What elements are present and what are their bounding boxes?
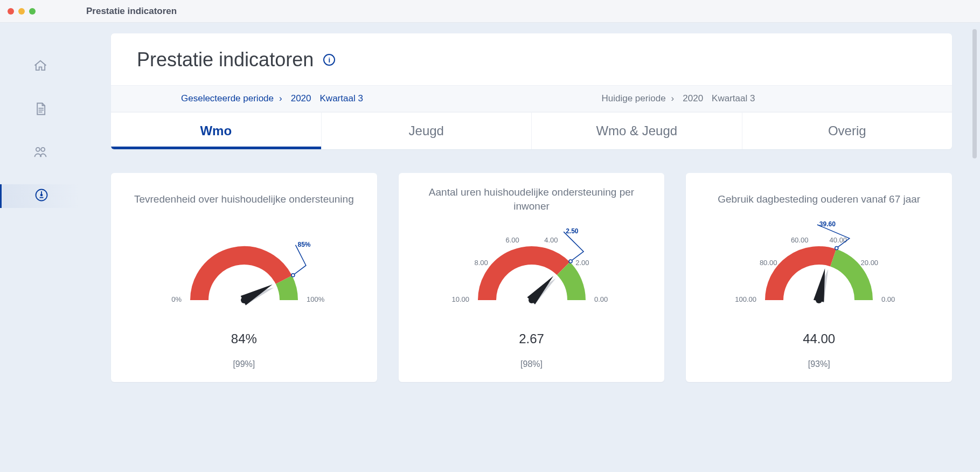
period-row: Geselecteerde periode › 2020 Kwartaal 3 …	[111, 85, 952, 112]
svg-text:39.60: 39.60	[819, 220, 836, 228]
hero-header: Prestatie indicatoren i	[111, 33, 952, 85]
kpi-card-title: Tevredenheid over huishoudelijke onderst…	[134, 185, 354, 214]
kpi-value: 2.67	[519, 331, 544, 346]
selected-period[interactable]: Geselecteerde periode › 2020 Kwartaal 3	[111, 86, 532, 112]
tab-wmo[interactable]: Wmo	[111, 113, 322, 149]
kpi-confidence: [99%]	[233, 359, 255, 369]
kpi-confidence: [93%]	[808, 359, 830, 369]
hero-panel: Prestatie indicatoren i Geselecteerde pe…	[111, 33, 952, 149]
svg-point-6	[291, 274, 295, 277]
window-controls	[8, 8, 36, 15]
svg-point-28	[835, 246, 838, 249]
kpi-confidence: [98%]	[520, 359, 543, 369]
tab-overig[interactable]: Overig	[742, 113, 953, 149]
info-icon[interactable]: i	[323, 54, 335, 66]
gauge-icon	[34, 188, 49, 205]
home-icon	[33, 58, 48, 75]
gauge-chart: 0%100%85%	[158, 219, 330, 327]
svg-text:60.00: 60.00	[791, 236, 809, 244]
svg-text:85%: 85%	[297, 241, 310, 248]
minimize-window-button[interactable]	[18, 8, 25, 15]
close-window-button[interactable]	[8, 8, 14, 15]
svg-point-3	[40, 195, 42, 196]
gauge-wrap: 0.0020.0040.0060.0080.00100.0039.60	[733, 219, 905, 327]
svg-point-1	[41, 148, 45, 151]
titlebar: Prestatie indicatoren	[0, 0, 980, 23]
svg-text:4.00: 4.00	[544, 236, 558, 244]
tab-jeugd[interactable]: Jeugd	[322, 113, 532, 149]
category-tabs: Wmo Jeugd Wmo & Jeugd Overig	[111, 112, 952, 149]
svg-text:10.00: 10.00	[451, 295, 469, 303]
current-period: Huidige periode › 2020 Kwartaal 3	[532, 86, 953, 112]
svg-text:40.00: 40.00	[830, 236, 847, 244]
svg-text:6.00: 6.00	[505, 236, 519, 244]
main-content: Prestatie indicatoren i Geselecteerde pe…	[81, 23, 980, 472]
selected-period-year: 2020	[291, 93, 311, 104]
sidebar-item-home[interactable]	[0, 55, 81, 79]
gauge-wrap: 0%100%85%	[158, 219, 330, 327]
scrollbar-thumb[interactable]	[972, 29, 977, 158]
current-period-year: 2020	[683, 93, 703, 104]
tab-wmo-jeugd[interactable]: Wmo & Jeugd	[532, 113, 742, 149]
sidebar	[0, 23, 81, 472]
gauge-chart: 0.002.004.006.008.0010.002.50	[446, 219, 618, 327]
selected-period-quarter: Kwartaal 3	[320, 93, 363, 104]
svg-text:100%: 100%	[307, 295, 325, 303]
kpi-value: 84%	[231, 331, 257, 346]
svg-text:0%: 0%	[171, 295, 182, 303]
sidebar-nav	[0, 55, 81, 208]
svg-text:0.00: 0.00	[881, 295, 895, 303]
svg-text:0.00: 0.00	[594, 295, 608, 303]
kpi-cards: Tevredenheid over huishoudelijke onderst…	[111, 173, 952, 382]
selected-period-label: Geselecteerde periode ›	[181, 93, 282, 104]
svg-point-10	[241, 297, 247, 303]
kpi-card: Gebruik dagbesteding ouderen vanaf 67 ja…	[686, 173, 952, 382]
svg-text:100.00: 100.00	[735, 295, 756, 303]
window-title: Prestatie indicatoren	[86, 6, 177, 17]
gauge-chart: 0.0020.0040.0060.0080.00100.0039.60	[733, 219, 905, 327]
kpi-value: 44.00	[803, 331, 835, 346]
page-title: Prestatie indicatoren	[137, 48, 314, 71]
current-period-label: Huidige periode ›	[602, 93, 675, 104]
sidebar-item-documents[interactable]	[0, 98, 81, 122]
maximize-window-button[interactable]	[29, 8, 36, 15]
svg-text:2.50: 2.50	[566, 227, 579, 235]
kpi-card: Aantal uren huishoudelijke ondersteuning…	[399, 173, 665, 382]
svg-text:80.00: 80.00	[760, 259, 777, 267]
svg-text:20.00: 20.00	[861, 259, 879, 267]
svg-text:2.00: 2.00	[575, 259, 589, 267]
people-icon	[33, 144, 48, 162]
chevron-right-icon: ›	[279, 93, 282, 104]
svg-point-17	[569, 260, 572, 263]
svg-point-21	[529, 297, 535, 303]
gauge-wrap: 0.002.004.006.008.0010.002.50	[446, 219, 618, 327]
kpi-card-title: Aantal uren huishoudelijke ondersteuning…	[412, 185, 652, 214]
document-icon	[33, 101, 48, 119]
svg-text:8.00: 8.00	[474, 259, 488, 267]
svg-point-32	[816, 297, 822, 303]
chevron-right-icon: ›	[671, 93, 675, 104]
kpi-card: Tevredenheid over huishoudelijke onderst…	[111, 173, 377, 382]
sidebar-item-people[interactable]	[0, 141, 81, 165]
kpi-card-title: Gebruik dagbesteding ouderen vanaf 67 ja…	[718, 185, 920, 214]
current-period-quarter: Kwartaal 3	[712, 93, 755, 104]
sidebar-item-kpi[interactable]	[0, 184, 81, 208]
svg-point-0	[36, 148, 40, 151]
